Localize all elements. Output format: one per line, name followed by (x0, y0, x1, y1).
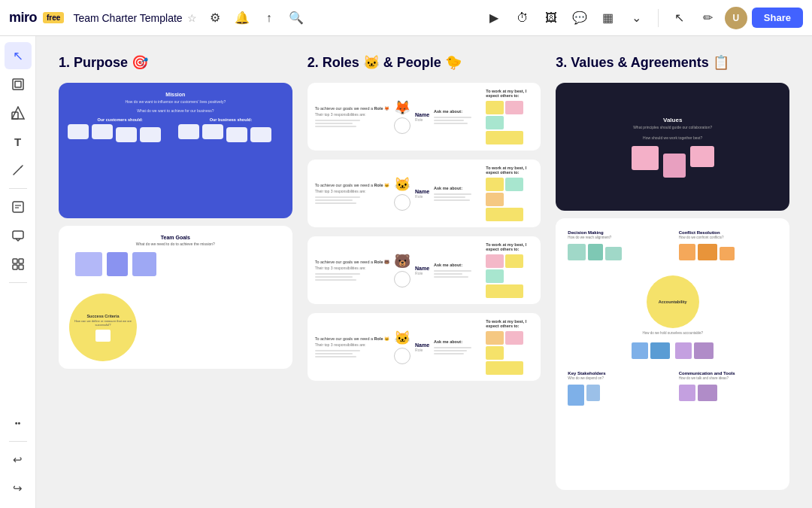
mission-col1: Our customers should: (68, 117, 172, 142)
d-sticky-2 (588, 244, 603, 260)
grid-icon[interactable]: ▦ (596, 6, 620, 30)
exp-sticky-4b (505, 331, 523, 345)
c-sticky-3 (720, 247, 735, 260)
role-title-3: To achieve our goals we need a Role 🐻 (315, 260, 389, 264)
role-name-area-4: Name Role (415, 342, 429, 352)
settings-icon[interactable]: ⚙ (203, 6, 227, 30)
role-card-4[interactable]: To achieve our goals we need a Role 🐱 Th… (308, 313, 541, 381)
svg-rect-0 (13, 79, 23, 90)
play-icon[interactable]: ▶ (482, 6, 506, 30)
svg-line-5 (21, 166, 23, 167)
communication-sub: How do we talk and share ideas? (679, 376, 777, 380)
role-left-4: To achieve our goals we need a Role 🐱 Th… (315, 336, 389, 357)
ask-me-4: Ask me about: (434, 339, 481, 354)
expect-area-1: To work at my best, I expect others to: (486, 89, 533, 144)
role-sub-3: Role (415, 271, 429, 275)
exp-sticky-1a (486, 101, 504, 114)
mission-card[interactable]: Mission How do we want to influence our … (59, 83, 292, 218)
more-options-icon[interactable]: ⌄ (625, 6, 649, 30)
share-button[interactable]: Share (752, 8, 803, 28)
nav-settings-group: ⚙ 🔔 ↑ 🔍 (203, 6, 308, 30)
export-icon[interactable]: ↑ (257, 6, 281, 30)
comment-tool[interactable] (5, 222, 32, 249)
values-dark-card[interactable]: Values What principles should guide our … (556, 83, 789, 211)
ask-line-11 (434, 350, 467, 351)
sk-sticky-1 (568, 385, 584, 406)
a-sticky-3 (675, 342, 692, 359)
role-avatar-1: 🦊 (394, 99, 411, 134)
conflict-resolution-title: Conflict Resolution (679, 230, 777, 235)
decision-making-sub: How do we reach alignment? (568, 236, 666, 239)
ask-lines-4 (434, 347, 481, 354)
success-circle[interactable]: Success Criteria How can we define or me… (69, 294, 137, 361)
shapes-tool[interactable] (5, 99, 32, 126)
goal-sticky-3 (132, 252, 156, 276)
role-title-2: To achieve our goals we need a Role 🐱 (315, 183, 389, 187)
role-card-2[interactable]: To achieve our goals we need a Role 🐱 Th… (308, 160, 541, 227)
pen-tool-icon[interactable]: ✏ (696, 6, 720, 30)
success-sub: How can we define or measure that we are… (69, 319, 137, 327)
role-line-3 (315, 126, 356, 127)
role-line-4 (315, 196, 360, 198)
ask-title-3: Ask me about: (434, 263, 481, 267)
agreements-grid[interactable]: Decision Making How do we reach alignmen… (556, 218, 789, 490)
role-left-3: To achieve our goals we need a Role 🐻 Th… (315, 260, 389, 281)
role-avatar-2: 🐱 (394, 176, 411, 211)
more-tools[interactable]: •• (5, 409, 32, 437)
values-card-title: Values (663, 117, 682, 123)
svg-rect-1 (15, 81, 21, 87)
v-sticky-2 (663, 154, 686, 178)
ask-line-4 (434, 193, 471, 195)
role-emoji-1: 🦊 (394, 99, 411, 116)
accountability-stickies (632, 342, 714, 359)
decision-making-title: Decision Making (568, 230, 666, 235)
select-tool[interactable]: ↖ (5, 42, 32, 69)
undo-tool[interactable]: ↩ (5, 446, 32, 473)
communication-cell: Communication and Tools How do we talk a… (676, 368, 780, 409)
cursor-icon[interactable]: ↖ (668, 6, 692, 30)
role-line-7 (315, 273, 360, 275)
search-icon[interactable]: 🔍 (284, 6, 308, 30)
mission-box-2 (92, 124, 113, 139)
exp-sticky-4a (486, 331, 504, 345)
exp-sticky-3c (486, 269, 504, 283)
role-sub-1: Role (415, 117, 429, 122)
expect-title-3: To work at my best, I expect others to: (486, 242, 533, 251)
exp-sticky-4d (486, 361, 523, 375)
goals-card[interactable]: Team Goals What do we need to do to achi… (59, 226, 292, 369)
layout-tool[interactable] (5, 251, 32, 278)
ask-me-3: Ask me about: (434, 263, 481, 278)
role-card-1[interactable]: To achieve our goals we need a Role 🦊 Th… (308, 83, 541, 151)
ask-line-2 (434, 120, 464, 121)
role-avatar-circle-3 (394, 271, 411, 287)
chat-icon[interactable]: 💬 (568, 6, 592, 30)
title-area: Team Charter Template ☆ (73, 12, 196, 24)
ask-lines-3 (434, 270, 481, 278)
pen-tool[interactable] (5, 157, 32, 184)
goal-sticky-1 (75, 252, 102, 276)
accountability-cell: Accountability How do we hold ourselves … (565, 269, 780, 362)
redo-tool[interactable]: ↪ (5, 475, 32, 502)
goals-title: Team Goals (68, 235, 283, 240)
svg-rect-13 (19, 265, 23, 269)
star-icon[interactable]: ☆ (187, 12, 197, 24)
canvas[interactable]: 1. Purpose 🎯 Mission How do we want to i… (36, 36, 812, 508)
frame-icon[interactable]: 🖼 (539, 6, 563, 30)
role-card-3[interactable]: To achieve our goals we need a Role 🐻 Th… (308, 236, 541, 304)
notifications-icon[interactable]: 🔔 (230, 6, 254, 30)
a-sticky-4 (694, 342, 714, 359)
frames-tool[interactable] (5, 71, 32, 98)
timer-icon[interactable]: ⏱ (511, 6, 535, 30)
text-tool[interactable]: T (5, 128, 32, 155)
svg-rect-6 (13, 202, 23, 212)
v-sticky-1 (632, 146, 659, 170)
accountability-circle: Accountability (647, 275, 699, 328)
accountability-sub: How do we hold ourselves accountable? (642, 331, 703, 335)
avatar[interactable]: U (725, 7, 747, 29)
role-lines-1 (315, 120, 389, 127)
sticky-note-tool[interactable] (5, 193, 32, 221)
conflict-stickies (679, 244, 777, 260)
toolbar-separator-2 (9, 282, 27, 283)
role-left-2: To achieve our goals we need a Role 🐱 Th… (315, 183, 389, 204)
expect-title-1: To work at my best, I expect others to: (486, 89, 533, 98)
